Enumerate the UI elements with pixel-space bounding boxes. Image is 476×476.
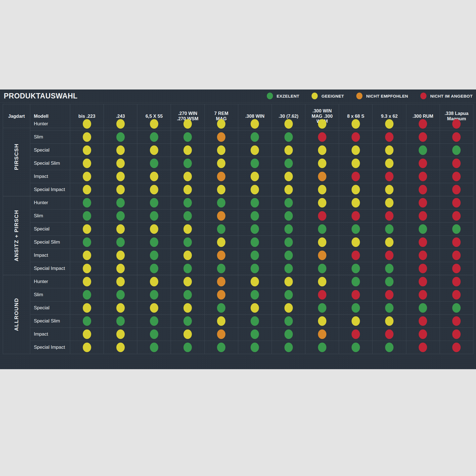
dot-cell [373,236,406,249]
dot-cell [238,196,272,209]
dot-cell [171,341,204,354]
status-dot [83,159,91,168]
dot-cell [238,144,272,157]
status-dot [452,277,461,286]
status-dot [150,198,158,208]
dot-cell [440,144,473,157]
dot-cell [406,328,440,341]
dot-cell [272,288,305,301]
status-dot [352,329,360,339]
status-dot [150,132,158,142]
dot-cell [171,236,204,249]
status-dot [318,145,326,155]
status-dot [150,251,158,260]
status-dot [352,290,360,300]
dot-cell [272,275,305,288]
legend-label: EXZELENT [277,94,300,98]
status-dot [116,172,125,181]
dot-cell [205,275,238,288]
legend-item-nicht-empfohlen: NICHT EMPFOHLEN [356,93,408,99]
dot-cell [272,262,305,275]
dot-cell [171,170,204,183]
model-cell: Special Impact [30,341,70,354]
dot-cell [137,275,171,288]
dot-cell [104,275,137,288]
dot-cell [305,301,339,315]
status-dot [217,224,225,234]
dot-cell [339,236,373,249]
dot-cell [406,223,440,236]
status-dot [116,264,125,273]
status-dot [83,264,91,273]
status-dot [419,185,427,194]
legend-dot-nicht-im-angebot-icon [420,93,426,99]
dot-cell [440,196,473,209]
legend-item-nicht-im-angebot: NICHT IM ANGEBOT [420,93,473,99]
status-dot [83,343,91,352]
status-dot [385,237,393,247]
group-label: ANSITZ + PIRSCH [13,210,20,261]
dot-cell [339,315,373,328]
dot-cell [305,249,339,262]
status-dot [150,224,158,234]
status-dot [318,119,326,129]
status-dot [284,290,293,300]
status-dot [284,185,293,194]
dot-cell [440,209,473,223]
title-bar: PRODUKTAUSWAHL EXZELENT GEEIGNET NICHT E… [0,89,476,103]
dot-cell [339,157,373,170]
status-dot [83,198,91,208]
dot-cell [137,196,171,209]
group-label: PIRSCSH [13,143,20,170]
dot-cell [440,315,473,328]
status-dot [352,316,360,326]
model-cell: Special Impact [30,262,70,275]
status-dot [419,237,427,247]
status-dot [251,329,259,339]
dot-cell [238,249,272,262]
dot-cell [406,288,440,301]
dot-cell [205,328,238,341]
status-dot [183,224,192,234]
dot-cell [272,249,305,262]
status-dot [83,132,91,142]
dot-cell [406,209,440,223]
dot-cell [238,131,272,144]
legend-item-exzelent: EXZELENT [267,93,300,99]
status-dot [385,224,393,234]
dot-cell [373,183,406,196]
status-dot [150,277,158,286]
dot-cell [238,209,272,223]
status-dot [452,145,461,155]
dot-cell [272,157,305,170]
status-dot [183,211,192,221]
status-dot [116,303,125,313]
status-dot [150,119,158,129]
status-dot [419,343,427,352]
status-dot [183,198,192,208]
dot-cell [272,196,305,209]
dot-cell [373,209,406,223]
status-dot [419,159,427,168]
status-dot [217,198,225,208]
dot-cell [171,131,204,144]
status-dot [116,159,125,168]
status-dot [116,119,125,129]
status-dot [83,224,91,234]
dot-cell [70,288,104,301]
status-dot [183,329,192,339]
dot-cell [238,328,272,341]
status-dot [150,329,158,339]
page: PRODUKTAUSWAHL EXZELENT GEEIGNET NICHT E… [0,0,476,476]
dot-cell [104,315,137,328]
dot-cell [373,275,406,288]
dot-cell [373,328,406,341]
status-dot [284,132,293,142]
status-dot [251,211,259,221]
dot-cell [339,209,373,223]
dot-cell [205,131,238,144]
dot-cell [205,157,238,170]
dot-cell [104,262,137,275]
status-dot [217,290,225,300]
dot-cell [440,288,473,301]
